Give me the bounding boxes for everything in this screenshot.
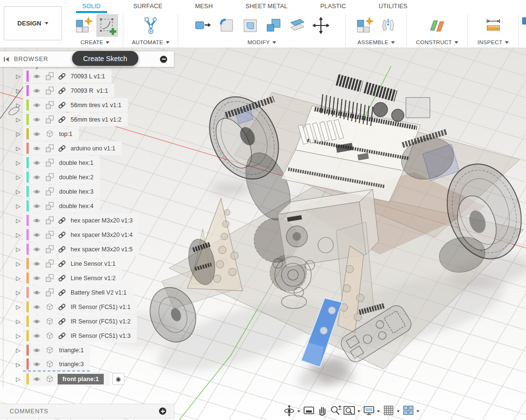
construct-plane-icon[interactable]	[427, 14, 448, 37]
browser-item[interactable]: ▷IR Sensor (FC51) v1:3	[13, 329, 137, 343]
split-body-icon[interactable]	[287, 14, 308, 37]
visibility-eye-icon[interactable]	[33, 131, 41, 137]
visibility-eye-icon[interactable]	[33, 74, 41, 79]
zoom-icon[interactable]	[329, 403, 343, 418]
chevron-down-icon[interactable]	[297, 410, 300, 414]
browser-item[interactable]: ▷arduino uno v1:1	[13, 141, 122, 155]
browser-item-body[interactable]: hex spacer M3x20 v1:5	[23, 242, 139, 256]
visibility-eye-icon[interactable]	[33, 203, 41, 209]
item-label[interactable]: triangle:3	[59, 361, 84, 368]
visibility-eye-icon[interactable]	[33, 117, 41, 123]
expand-arrow-icon[interactable]: ▷	[13, 131, 23, 137]
item-label[interactable]: double hex:3	[59, 188, 94, 195]
viewports-icon[interactable]	[402, 403, 415, 418]
browser-item[interactable]: ▷triangle:3	[13, 358, 90, 371]
fit-icon[interactable]	[343, 403, 356, 418]
collapse-all-icon[interactable]	[160, 56, 167, 63]
visibility-eye-icon[interactable]	[33, 232, 41, 238]
browser-item[interactable]: ▷double hex:1	[13, 156, 100, 170]
browser-item-body[interactable]: 56mm tires v1 v1:1	[23, 98, 128, 112]
item-label[interactable]: IR Sensor (FC51) v1:2	[71, 318, 131, 325]
browser-item[interactable]: ▷double hex:3	[13, 185, 100, 198]
group-label-automate[interactable]: AUTOMATE	[132, 39, 169, 45]
expand-arrow-icon[interactable]: ▷	[13, 203, 23, 210]
visibility-eye-icon[interactable]	[33, 304, 41, 310]
move-copy-icon[interactable]	[310, 14, 331, 37]
visibility-eye-icon[interactable]	[33, 275, 41, 281]
item-label[interactable]: hex spacer M3x20 v1:3	[71, 217, 133, 224]
browser-item[interactable]: ▷IR Sensor (FC51) v1:1	[13, 300, 137, 314]
press-pull-icon[interactable]	[193, 14, 214, 37]
item-label[interactable]: top:1	[59, 131, 73, 137]
tab-plastic[interactable]: PLASTIC	[314, 0, 353, 13]
expand-arrow-icon[interactable]: ▷	[13, 116, 23, 123]
expand-arrow-icon[interactable]: ▷	[13, 73, 23, 80]
expand-arrow-icon[interactable]: ▷	[13, 246, 23, 253]
tab-sheet-metal[interactable]: SHEET METAL	[239, 0, 294, 13]
visibility-eye-icon[interactable]	[33, 333, 41, 339]
expand-arrow-icon[interactable]: ▷	[13, 160, 23, 166]
item-label[interactable]: 56mm tires v1 v1:1	[71, 102, 122, 109]
item-label[interactable]: front plane:1	[58, 374, 104, 384]
tab-surface[interactable]: SURFACE	[127, 0, 169, 13]
expand-arrow-icon[interactable]: ▷	[13, 217, 23, 224]
create-sketch-icon[interactable]	[97, 14, 118, 37]
browser-item[interactable]: ▷hex spacer M3x20 v1:3	[13, 213, 139, 227]
new-component-icon[interactable]	[73, 14, 94, 37]
item-label[interactable]: 70093 L v1:1	[71, 73, 105, 80]
expand-arrow-icon[interactable]: ▷	[13, 232, 23, 238]
item-label[interactable]: hex spacer M3x20 v1:4	[71, 232, 133, 238]
visibility-eye-icon[interactable]	[33, 189, 41, 195]
visibility-eye-icon[interactable]	[33, 361, 41, 367]
item-label[interactable]: double hex:1	[59, 160, 94, 166]
visibility-eye-icon[interactable]	[33, 88, 41, 94]
visibility-eye-icon[interactable]	[33, 146, 41, 151]
visibility-eye-icon[interactable]	[33, 247, 41, 252]
browser-item-body[interactable]: Line Sensor v1:1	[23, 257, 122, 271]
browser-item[interactable]: ▷56mm tires v1 v1:2	[13, 112, 128, 126]
visibility-eye-icon[interactable]	[33, 218, 41, 223]
joint-icon[interactable]	[378, 14, 399, 37]
visibility-eye-icon[interactable]	[33, 160, 41, 166]
chevron-down-icon[interactable]	[397, 410, 400, 414]
browser-item-body[interactable]: IR Sensor (FC51) v1:3	[23, 329, 137, 343]
visibility-eye-icon[interactable]	[33, 290, 41, 296]
browser-item[interactable]: ▷Line Sensor v1:1	[13, 257, 122, 271]
item-label[interactable]: hex spacer M3x20 v1:5	[71, 246, 133, 253]
select-tool-icon[interactable]	[522, 17, 526, 25]
group-label-modify[interactable]: MODIFY	[247, 39, 276, 45]
look-at-icon[interactable]	[302, 403, 316, 418]
browser-item[interactable]: ▷70093 R v1:1	[13, 84, 114, 98]
browser-item-body[interactable]: double hex:1	[23, 156, 100, 170]
browser-item-body[interactable]: IR Sensor (FC51) v1:1	[23, 300, 137, 314]
browser-item-body[interactable]: triangle:3	[23, 358, 90, 371]
group-label-create[interactable]: CREATE	[81, 39, 110, 45]
group-label-assemble[interactable]: ASSEMBLE	[357, 39, 394, 45]
design-menu-button[interactable]: DESIGN	[4, 6, 62, 40]
add-comment-icon[interactable]	[159, 408, 166, 415]
browser-item-body[interactable]: hex spacer M3x20 v1:4	[23, 228, 139, 242]
browser-item-body[interactable]: double hex:4	[23, 199, 100, 213]
shell-icon[interactable]	[240, 14, 261, 37]
item-label[interactable]: Line Sensor v1:1	[71, 260, 116, 267]
automate-icon[interactable]	[140, 14, 161, 37]
browser-item[interactable]: ▷56mm tires v1 v1:1	[13, 98, 128, 112]
measure-icon[interactable]	[483, 14, 504, 37]
pan-icon[interactable]	[316, 403, 329, 418]
browser-item-body[interactable]: 70093 L v1:1	[23, 69, 111, 83]
item-label[interactable]: double hex:2	[59, 174, 94, 181]
display-settings-icon[interactable]	[362, 403, 376, 418]
chevron-down-icon[interactable]	[377, 410, 380, 414]
item-label[interactable]: IR Sensor (FC51) v1:3	[71, 333, 131, 339]
collapse-browser-icon[interactable]	[3, 57, 10, 62]
chevron-down-icon[interactable]	[416, 410, 419, 414]
expand-arrow-icon[interactable]: ▷	[13, 145, 23, 152]
group-label-inspect[interactable]: INSPECT	[477, 39, 509, 45]
visibility-eye-icon[interactable]	[33, 102, 41, 108]
expand-arrow-icon[interactable]: ▷	[13, 361, 23, 368]
grid-display-icon[interactable]	[382, 403, 395, 418]
browser-item-body[interactable]: triangle:1	[23, 343, 90, 357]
expand-arrow-icon[interactable]: ▷	[13, 376, 23, 383]
item-label[interactable]: IR Sensor (FC51) v1:1	[71, 304, 131, 310]
fillet-icon[interactable]	[216, 14, 237, 37]
